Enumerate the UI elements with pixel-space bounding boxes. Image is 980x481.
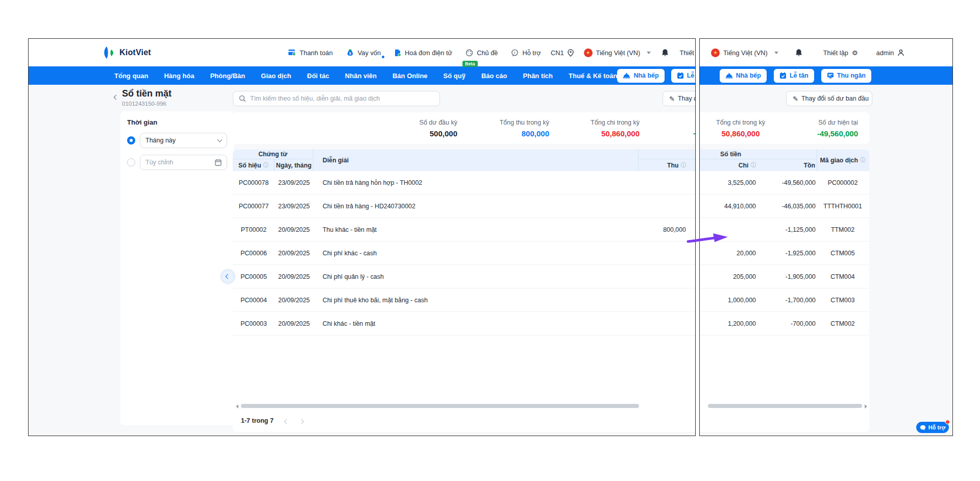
info-icon: ⓘ	[751, 162, 756, 169]
change-opening-balance-button[interactable]: ✎ Thay đổi số dư ban đầu	[786, 91, 872, 106]
nav-item[interactable]: Tổng quan	[114, 72, 148, 80]
horizontal-scrollbar[interactable]	[708, 404, 862, 408]
nav-action-buttons: Nhà bếp Lễ tân	[617, 69, 696, 83]
kiotviet-logo-icon	[103, 45, 116, 60]
horizontal-scrollbar[interactable]	[241, 404, 639, 408]
notifications-bell[interactable]	[661, 49, 669, 57]
main-nav-right: Nhà bếp Lễ tân Thu ngân	[700, 66, 952, 85]
summary-card-right: Tổng chi trong kỳ 50,860,000 Số dư hiện …	[700, 112, 869, 144]
calendar-check-icon	[677, 72, 684, 79]
col-header-code[interactable]: Số hiệuⓘ	[233, 159, 275, 171]
nav-item[interactable]: Báo cáo	[481, 72, 507, 80]
beta-badge: Beta	[462, 61, 478, 67]
reception-button[interactable]: Lễ tân	[774, 69, 814, 83]
kitchen-button[interactable]: Nhà bếp	[720, 69, 767, 83]
search-icon	[239, 95, 246, 102]
support-icon: !	[511, 49, 519, 57]
nav-item[interactable]: Phòng/Bàn	[210, 72, 246, 80]
page-title: Sổ tiền mặt	[122, 88, 172, 99]
nav-item[interactable]: Thuế & Kế toán	[569, 72, 617, 80]
table-header: Số tiền Chiⓘ Tồn Mã giao dịchⓘ	[700, 150, 869, 171]
language-selector[interactable]: ★ Tiếng Việt (VN)	[711, 49, 778, 57]
table-row[interactable]: PC0000620/09/2025Chi phí khác - cash	[233, 242, 696, 265]
location-pin-icon	[568, 49, 574, 57]
table-row[interactable]: 44,910,000-46,035,000TTTHTH0001	[700, 195, 869, 218]
menu-einvoice[interactable]: Hoá đơn điện tử	[394, 49, 452, 57]
scroll-left-arrow-icon[interactable]	[236, 404, 238, 408]
table-row[interactable]: 205,000-1,905,000CTM004	[700, 265, 869, 288]
clipped-value-fragment: -	[693, 129, 696, 137]
menu-theme[interactable]: Chủ đề	[465, 49, 498, 57]
kitchen-dome-icon	[725, 73, 733, 79]
kiotviet-logo[interactable]: KiotViet	[103, 39, 151, 66]
kitchen-button[interactable]: Nhà bếp	[617, 69, 664, 83]
page-code: 0101243150-996	[122, 101, 172, 107]
table-row[interactable]: 1,200,000-700,000CTM002	[700, 312, 869, 335]
nav-item[interactable]: Đối tác	[307, 72, 329, 80]
col-header-balance[interactable]: Tồn	[758, 159, 817, 171]
page-body-right: ✎ Thay đổi số dư ban đầu Tổng chi trong …	[700, 85, 952, 436]
page-next-button[interactable]	[300, 416, 303, 425]
menu-loan[interactable]: $ Vay vốn	[346, 49, 381, 57]
bell-icon	[661, 49, 669, 57]
cashier-button[interactable]: Thu ngân	[821, 69, 871, 83]
collapse-sidebar-button[interactable]	[221, 270, 235, 283]
brand-name: KiotViet	[119, 48, 151, 57]
month-select[interactable]: Tháng này	[140, 133, 227, 148]
settings-link[interactable]: Thiết lập ⚙	[823, 49, 858, 57]
table-row[interactable]: PC00007823/09/2025Chi tiền trả hàng hỗn …	[233, 171, 696, 195]
nav-item[interactable]: Hàng hóa	[164, 72, 194, 80]
table-row[interactable]: PC0000520/09/2025Chi phí quản lý - cash	[233, 265, 696, 288]
table-row[interactable]: PC0000420/09/2025Chi phí thuê kho bãi, m…	[233, 288, 696, 312]
info-icon: ⓘ	[860, 157, 866, 164]
radio-selected[interactable]	[127, 136, 135, 145]
nav-item[interactable]: Bán Online	[393, 72, 428, 80]
table-row[interactable]: PC0000320/09/2025Chi khác - tiền mặt	[233, 312, 696, 335]
pagination-label: 1-7 trong 7	[241, 417, 274, 424]
custom-date-input[interactable]: Tùy chỉnh	[140, 155, 227, 170]
gear-icon: ⚙	[852, 49, 858, 57]
change-opening-balance-button[interactable]: ✎ Thay đổi số dư ban đầu	[663, 91, 696, 106]
col-header-desc[interactable]: Diễn giải	[313, 150, 638, 171]
chevron-down-icon	[774, 52, 778, 54]
col-header-out[interactable]: Chiⓘ	[700, 159, 758, 171]
table-row[interactable]: PT0000220/09/2025Thu khác - tiền mặt800,…	[233, 218, 696, 242]
menu-payment[interactable]: Thanh toán	[288, 49, 333, 57]
time-option-custom: Tùy chỉnh	[127, 155, 227, 170]
radio-unselected[interactable]	[127, 158, 135, 166]
nav-action-buttons: Nhà bếp Lễ tân Thu ngân	[720, 69, 871, 83]
table-row[interactable]: 1,000,000-1,700,000CTM003	[700, 288, 869, 312]
search-placeholder: Tìm kiếm theo số hiệu, diễn giải, mã gia…	[250, 95, 380, 102]
kitchen-dome-icon	[623, 73, 630, 79]
col-header-in[interactable]: Thuⓘ	[638, 159, 696, 171]
notification-dot	[382, 56, 384, 58]
time-filter-label: Thời gian	[127, 118, 227, 126]
branch-selector[interactable]: CN1	[551, 49, 574, 57]
scroll-right-arrow-icon[interactable]	[865, 404, 867, 408]
notifications-bell[interactable]	[795, 49, 803, 57]
search-input[interactable]: Tìm kiếm theo số hiệu, diễn giải, mã gia…	[233, 91, 440, 106]
support-chat-button[interactable]: Hỗ trợ	[916, 422, 949, 433]
page-prev-button[interactable]	[285, 416, 288, 425]
nav-item[interactable]: Nhân viên	[345, 72, 377, 80]
nav-item[interactable]: Giao dịch	[261, 72, 291, 80]
nav-item[interactable]: Phân tích	[523, 72, 553, 80]
col-header-date[interactable]: Ngày, tháng	[275, 159, 313, 171]
user-icon	[897, 49, 904, 56]
settings-link[interactable]: Thiết lập	[679, 49, 696, 57]
col-header-txn[interactable]: Mã giao dịchⓘ	[817, 150, 868, 171]
calendar-icon	[215, 159, 222, 166]
table-row[interactable]: 3,525,000-49,560,000PC000002	[700, 171, 869, 195]
language-selector[interactable]: ★ Tiếng Việt (VN)	[584, 49, 651, 57]
nav-items: Tổng quanHàng hóaPhòng/BànGiao dịchĐối t…	[29, 72, 617, 80]
table-row[interactable]: PC00007723/09/2025Chi tiền trả hàng - HD…	[233, 195, 696, 218]
theme-icon	[465, 49, 473, 57]
user-menu[interactable]: admin	[876, 49, 905, 57]
nav-item[interactable]: Số quỹ	[444, 72, 465, 80]
top-header-right: ★ Tiếng Việt (VN) Thiết lập ⚙ admin	[700, 39, 952, 66]
opening-balance: Số dư đầu kỳ 500,000	[233, 119, 457, 138]
menu-support[interactable]: ! Hỗ trợ	[511, 49, 541, 57]
reception-button[interactable]: Lễ tân	[671, 69, 696, 83]
info-icon: ⓘ	[263, 162, 268, 169]
back-button[interactable]	[114, 92, 118, 107]
